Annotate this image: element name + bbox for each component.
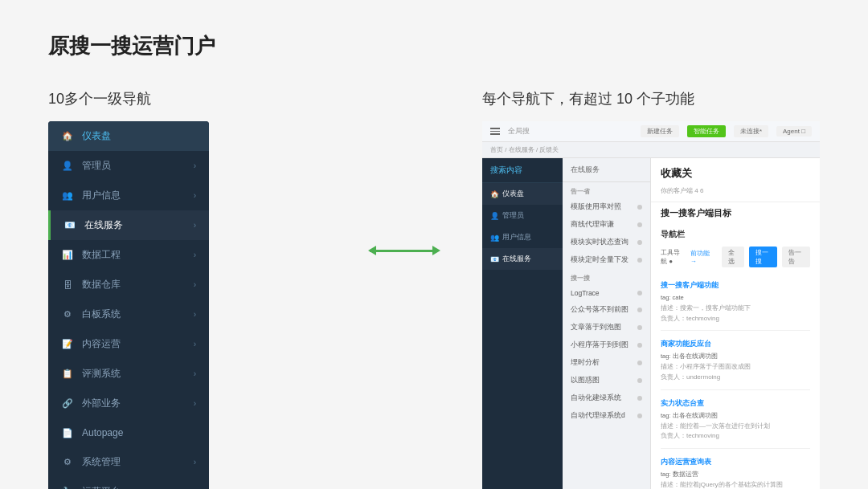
sub-page-title: 搜一搜客户端目标 bbox=[651, 202, 820, 221]
right-nav-online-service[interactable]: 📧 在线服务 bbox=[482, 248, 563, 270]
subtitle-text: 你的客户端 4 6 bbox=[661, 187, 703, 194]
topbar-btn-3[interactable]: 未连接* bbox=[734, 125, 768, 137]
list-item-title-1[interactable]: 搜一搜客户端功能 bbox=[661, 280, 810, 291]
nav-label-sysadmin: 系统管理 bbox=[82, 455, 194, 469]
nav-arrow-external: › bbox=[194, 399, 196, 408]
right-nav-header: 搜索内容 bbox=[482, 158, 563, 183]
subnav-dot-8 bbox=[637, 343, 642, 348]
subnav-item-10[interactable]: 以图惑图 bbox=[563, 372, 650, 389]
list-item-meta-4: tag: 数据运营 描述：能控着jQuery的各个基础实的计算图 负责人：typ… bbox=[661, 470, 810, 489]
nav-item-data-warehouse[interactable]: 🗄 数据仓库 › bbox=[48, 270, 209, 300]
nav-label-data-eng: 数据工程 bbox=[82, 248, 194, 262]
list-item-title-3[interactable]: 实力状态台查 bbox=[661, 398, 810, 409]
subnav-item-9[interactable]: 埋时分析 bbox=[563, 354, 650, 372]
list-item-desc-3: 描述：能控着—一次落在进行在到计划 bbox=[661, 422, 770, 430]
nav-item-data-eng[interactable]: 📊 数据工程 › bbox=[48, 240, 209, 270]
nav-item-external[interactable]: 🔗 外部业务 › bbox=[48, 389, 209, 418]
nav-item-dashboard[interactable]: 🏠 仪表盘 bbox=[48, 121, 209, 151]
subnav-item-label-6: 公众号落不到前图 bbox=[571, 305, 628, 315]
nav-arrow-data-eng: › bbox=[194, 251, 196, 259]
rn-label-dashboard: 仪表盘 bbox=[502, 189, 524, 199]
nav-item-admin[interactable]: 👤 管理员 › bbox=[48, 151, 209, 181]
content-subtitle: 你的客户端 4 6 bbox=[651, 184, 820, 202]
admin-icon: 👤 bbox=[61, 160, 74, 173]
nav-item-online-service[interactable]: 📧 在线服务 › bbox=[48, 210, 209, 240]
content-ops-icon: 📝 bbox=[61, 338, 74, 351]
rn-admin-icon: 👤 bbox=[490, 212, 498, 220]
subnav-item-label-11: 自动化建绿系统 bbox=[571, 393, 621, 403]
right-nav-dashboard[interactable]: 🏠 仪表盘 bbox=[482, 183, 563, 205]
topbar-btn-1[interactable]: 新建任务 bbox=[641, 125, 679, 137]
nav-item-content-ops[interactable]: 📝 内容运营 › bbox=[48, 329, 209, 359]
nav-item-whiteboard[interactable]: ⚙ 白板系统 › bbox=[48, 300, 209, 329]
list-item-desc-4: 描述：能控着jQuery的各个基础实的计算图 bbox=[661, 481, 783, 488]
nav-label-autopage: Autopage bbox=[82, 427, 196, 438]
subnav-item-8[interactable]: 小程序落于到到图 bbox=[563, 336, 650, 354]
list-item-title-2[interactable]: 商家功能反应台 bbox=[661, 339, 810, 349]
nav-item-sysadmin[interactable]: ⚙ 系统管理 › bbox=[48, 447, 209, 477]
list-item-author-1: 负责人：techmoving bbox=[661, 315, 719, 322]
hamburger-icon[interactable] bbox=[490, 128, 500, 135]
filter-souyisou[interactable]: 搜一搜 bbox=[749, 247, 777, 267]
rating-icon: 📋 bbox=[61, 368, 74, 381]
toolbar-link[interactable]: 前功能 → bbox=[690, 249, 712, 265]
topbar-btn-2[interactable]: 智能任务 bbox=[687, 125, 726, 137]
right-nav-user-info[interactable]: 👥 用户信息 bbox=[482, 226, 563, 248]
subnav-item-12[interactable]: 自动代理绿系统d bbox=[563, 407, 650, 425]
subnav-item-3[interactable]: 模块实时状态查询 bbox=[563, 234, 650, 251]
list-item-tag-1: tag: cate bbox=[661, 294, 684, 301]
list-item-meta-1: tag: cate 描述：搜索一，搜客户端功能下 负责人：techmoving bbox=[661, 293, 810, 324]
rn-label-admin: 管理员 bbox=[502, 210, 524, 221]
list-item-tag-3: tag: 出各在线调功图 bbox=[661, 412, 718, 419]
subnav-item-4[interactable]: 模块定时全量下发 bbox=[563, 251, 650, 269]
dashboard-icon: 🏠 bbox=[61, 130, 74, 143]
content-title: 收藏关 bbox=[651, 158, 820, 184]
filter-gaoyigao[interactable]: 告一告 bbox=[782, 247, 810, 267]
section-title-daohang: 导航栏 bbox=[651, 221, 820, 243]
subnav-item-1[interactable]: 模版使用率对照 bbox=[563, 198, 650, 216]
online-service-icon: 📧 bbox=[63, 219, 76, 232]
rn-label-user-info: 用户信息 bbox=[502, 232, 531, 242]
right-panel-inner: 搜索内容 🏠 仪表盘 👤 管理员 👥 用户信息 bbox=[482, 158, 820, 489]
nav-item-rating[interactable]: 📋 评测系统 › bbox=[48, 359, 209, 389]
data-warehouse-icon: 🗄 bbox=[61, 279, 74, 291]
list-item-4: 内容运营查询表 tag: 数据运营 描述：能控着jQuery的各个基础实的计算图… bbox=[661, 457, 810, 489]
right-subnav: 在线服务 告一省 模版使用率对照 商线代理审谦 模块实时状态查询 bbox=[563, 158, 651, 489]
nav-arrow-rating: › bbox=[194, 369, 196, 378]
left-nav-mockup: 🏠 仪表盘 👤 管理员 › 👥 用户信息 › 📧 在线服务 › bbox=[48, 121, 209, 489]
list-item-1: 搜一搜客户端功能 tag: cate 描述：搜索一，搜客户端功能下 负责人：te… bbox=[661, 280, 810, 331]
list-item-tag-2: tag: 出各在线调功图 bbox=[661, 352, 718, 360]
nav-item-autopage[interactable]: 📄 Autopage bbox=[48, 418, 209, 447]
external-icon: 🔗 bbox=[61, 397, 74, 410]
toolbar-label: 工具导航 ● bbox=[661, 248, 686, 266]
subnav-item-5[interactable]: LogTrace bbox=[563, 285, 650, 301]
nav-label-ops-platform: 运营平台 bbox=[82, 485, 196, 489]
subnav-item-2[interactable]: 商线代理审谦 bbox=[563, 216, 650, 234]
subnav-item-label-5: LogTrace bbox=[571, 289, 600, 297]
subnav-header-text: 在线服务 bbox=[571, 165, 600, 175]
topbar-btn-4[interactable]: Agent □ bbox=[776, 126, 812, 137]
right-panel-wrapper: 全局搜 新建任务 智能任务 未连接* Agent □ 首页 / 在线服务 / 反… bbox=[482, 121, 820, 489]
subnav-item-label-4: 模块定时全量下发 bbox=[571, 255, 628, 265]
right-nav-admin[interactable]: 👤 管理员 bbox=[482, 205, 563, 226]
subnav-item-7[interactable]: 文章落于到泡图 bbox=[563, 319, 650, 336]
nav-item-ops-platform[interactable]: 🔧 运营平台 bbox=[48, 477, 209, 489]
nav-label-rating: 评测系统 bbox=[82, 367, 194, 381]
autopage-icon: 📄 bbox=[61, 426, 74, 439]
nav-item-user-info[interactable]: 👥 用户信息 › bbox=[48, 181, 209, 210]
subnav-item-11[interactable]: 自动化建绿系统 bbox=[563, 389, 650, 407]
nav-label-whiteboard: 白板系统 bbox=[82, 308, 194, 321]
ops-platform-icon: 🔧 bbox=[61, 486, 74, 490]
list-item-title-4[interactable]: 内容运营查询表 bbox=[661, 457, 810, 467]
nav-arrow-whiteboard: › bbox=[194, 310, 196, 319]
sysadmin-icon: ⚙ bbox=[61, 456, 74, 469]
left-section: 10多个一级导航 🏠 仪表盘 👤 管理员 › 👥 用户信息 › bbox=[48, 89, 321, 489]
nav-arrow-content-ops: › bbox=[194, 340, 196, 348]
subnav-item-label-10: 以图惑图 bbox=[571, 376, 600, 385]
list-item-meta-3: tag: 出各在线调功图 描述：能控着—一次落在进行在到计划 负责人：techm… bbox=[661, 411, 810, 442]
filter-all[interactable]: 全选 bbox=[722, 247, 745, 267]
subnav-item-6[interactable]: 公众号落不到前图 bbox=[563, 301, 650, 319]
subnav-dot-7 bbox=[637, 325, 642, 330]
topbar-search: 全局搜 bbox=[508, 126, 530, 137]
subnav-dot-2 bbox=[637, 222, 642, 227]
